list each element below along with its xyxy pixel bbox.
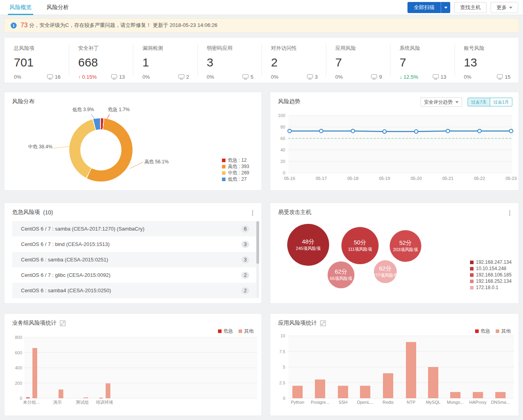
list-item[interactable]: CentOS 6 / 7 : samba (CESA-2017:1270) (S… — [12, 221, 256, 236]
score-unit: 分， — [29, 22, 40, 29]
scan-all-split-button[interactable]: 全部扫描 — [407, 2, 450, 13]
host-bubble[interactable]: 52分203项风险项 — [390, 230, 421, 262]
scrollbar-thumb[interactable] — [256, 221, 259, 264]
svg-text:Mongo...: Mongo... — [447, 400, 464, 405]
list-scrollbar[interactable] — [256, 221, 259, 298]
stat-host-count: 3 — [307, 74, 318, 80]
bubble-score: 62分 — [335, 268, 347, 276]
stat-host-value: 5 — [250, 74, 253, 80]
monitor-icon — [371, 74, 377, 79]
list-item[interactable]: CentOS 6 : samba4 (CESA-2015:0250)2 — [12, 283, 256, 298]
callout-high: 高危 56.1% — [144, 159, 169, 165]
list-item[interactable]: CentOS 6 / 7 : glibc (CESA-2015:0092)2 — [12, 267, 256, 283]
security-score: 73 — [21, 22, 28, 29]
bubble-risk-count: 245项风险项 — [296, 246, 320, 252]
trend-metric-select[interactable]: 安全评分趋势 — [421, 97, 462, 107]
find-host-button[interactable]: 查找主机 — [454, 2, 487, 13]
stat-cell-6[interactable]: 系统风险7↓ 12.5%13 — [390, 38, 455, 83]
more-vertical-icon[interactable] — [249, 209, 256, 216]
legend-item: 其他 — [239, 328, 254, 335]
monitor-icon — [243, 74, 248, 79]
stat-label: 应用风险 — [335, 45, 390, 52]
card-title-risk-distribution: 风险分布 — [12, 98, 34, 105]
svg-text:05-17: 05-17 — [316, 176, 327, 181]
range-7days-button[interactable]: 过去7天 — [468, 98, 490, 106]
trend-controls: 安全评分趋势 过去7天 过去1月 — [421, 97, 512, 107]
stat-cell-5[interactable]: 应用风险70%9 — [326, 38, 390, 83]
svg-text:05-18: 05-18 — [347, 176, 358, 181]
legend-swatch — [470, 286, 474, 289]
stat-subrow: 0%16 — [14, 74, 61, 80]
stat-label: 弱密码应用 — [207, 45, 262, 52]
tab-risk-analysis[interactable]: 风险分析 — [47, 0, 69, 15]
scan-all-button[interactable]: 全部扫描 — [407, 2, 441, 13]
stat-host-count: 15 — [497, 74, 510, 80]
svg-text:Redis: Redis — [383, 400, 394, 405]
stat-label: 漏洞检测 — [142, 45, 197, 52]
legend-swatch — [218, 329, 222, 333]
svg-text:10: 10 — [280, 333, 285, 338]
risk-item-text: CentOS 6 : samba (CESA-2015:0251) — [21, 257, 241, 263]
stat-change: 0% — [14, 74, 21, 80]
stat-subrow: 0%15 — [464, 74, 511, 80]
legend-item: 低危 : 27 — [222, 176, 249, 182]
svg-text:600: 600 — [15, 350, 22, 355]
stat-cell-4[interactable]: 对外访问性20%3 — [262, 38, 326, 83]
stat-label: 安全补丁 — [78, 45, 133, 52]
host-bubble[interactable]: 62分65项风险项 — [328, 261, 354, 288]
host-bubble[interactable]: 48分245项风险项 — [287, 224, 329, 266]
bubble-risk-count: 277项风险项 — [373, 272, 398, 278]
stat-cell-3[interactable]: 弱密码应用30%5 — [197, 38, 262, 83]
range-1month-button[interactable]: 过去1月 — [490, 98, 512, 106]
expand-icon[interactable] — [320, 320, 326, 326]
list-item[interactable]: CentOS 6 : samba (CESA-2015:0251)3 — [12, 252, 256, 267]
stat-subrow: 0%3 — [271, 74, 318, 80]
critical-risk-items-card: 危急风险项 (10) CentOS 6 / 7 : samba (CESA-20… — [4, 202, 262, 304]
bubble-score: 62分 — [379, 265, 392, 272]
stat-subrow: 0%2 — [142, 74, 189, 80]
risk-trend-card: 风险趋势 安全评分趋势 过去7天 过去1月 02040608010005-160… — [270, 92, 519, 191]
stat-change: 0% — [464, 74, 472, 80]
stat-subrow: ↓ 12.5%13 — [400, 74, 446, 80]
list-item[interactable]: CentOS 6 / 7 : bind (CESA-2015:1513)3 — [12, 236, 256, 252]
svg-text:未分组...: 未分组... — [23, 400, 40, 405]
stat-host-value: 13 — [119, 74, 125, 80]
stat-cell-7[interactable]: 账号风险130%15 — [455, 38, 519, 83]
monitor-icon — [307, 74, 313, 79]
donut-hole — [80, 129, 121, 170]
more-button[interactable]: 更多 — [491, 2, 518, 13]
host-bubble[interactable]: 62分277项风险项 — [374, 260, 397, 283]
group-risk-stats-card: 业务组风险项统计 危急其他 0200400600800未分组...演示测试组培训… — [4, 313, 262, 416]
legend-item: 192.168.252.134 — [470, 278, 512, 284]
svg-text:NTP: NTP — [407, 400, 415, 405]
stat-host-value: 13 — [441, 74, 446, 80]
svg-text:20: 20 — [280, 159, 285, 164]
stat-value: 1 — [142, 57, 197, 68]
risk-distribution-donut[interactable] — [69, 118, 133, 182]
host-bubble[interactable]: 50分111项风险项 — [341, 227, 379, 264]
stat-value: 701 — [14, 57, 69, 68]
group-risk-title: 业务组风险项统计 — [12, 320, 57, 327]
stat-label: 账号风险 — [464, 45, 519, 52]
stat-cell-2[interactable]: 漏洞检测10%2 — [133, 38, 197, 83]
legend-swatch — [222, 171, 225, 175]
stat-value: 668 — [78, 57, 133, 68]
info-icon: i — [11, 23, 17, 28]
security-score-alert: i 73 分， 安全评级为C，存在较多严重问题，请立即修复！ 更新于 2018-… — [4, 18, 519, 32]
svg-text:SSH: SSH — [339, 400, 348, 405]
legend-label: 低危 : 27 — [228, 176, 246, 183]
callout-critical: 危急 1.7% — [108, 106, 130, 113]
scan-all-dropdown-toggle[interactable] — [441, 2, 450, 13]
risk-trend-line-chart: 02040608010005-1605-1705-1805-1905-2005-… — [270, 92, 519, 191]
stat-cell-1[interactable]: 安全补丁668↑ 0.15%13 — [69, 38, 133, 83]
svg-text:80: 80 — [280, 125, 285, 129]
stat-value: 13 — [464, 57, 519, 68]
stat-cell-0[interactable]: 总风险项7010%16 — [4, 38, 69, 83]
group-chart-legend: 危急其他 — [218, 328, 254, 335]
expand-icon[interactable] — [60, 320, 66, 326]
bubble-score: 48分 — [302, 238, 315, 246]
trend-metric-select-label: 安全评分趋势 — [424, 99, 453, 106]
svg-text:2.5: 2.5 — [279, 380, 285, 385]
tab-risk-overview[interactable]: 风险概览 — [9, 0, 32, 15]
stat-label: 系统风险 — [400, 45, 455, 52]
